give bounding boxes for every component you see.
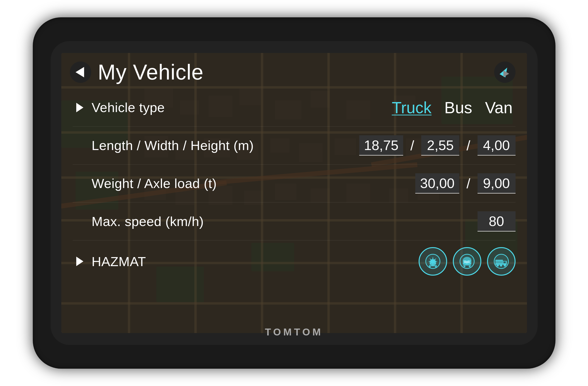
svg-point-19	[504, 264, 506, 267]
arrow-right-icon	[76, 103, 84, 112]
hazmat-corrosive-icon	[459, 253, 475, 270]
svg-point-11	[463, 265, 465, 267]
hazmat-icon-arrow	[73, 257, 87, 266]
content: My Vehicle Vehicle type	[61, 53, 527, 333]
compass-icon	[500, 67, 510, 77]
vehicle-type-van[interactable]: Van	[482, 97, 516, 118]
brand-label: TOMTOM	[265, 327, 323, 338]
dimensions-label: Length / Width / Height (m)	[92, 138, 359, 153]
settings-rows: Vehicle type Truck Bus Van Length / Widt…	[61, 89, 527, 333]
hazmat-controls	[419, 247, 516, 276]
dimensions-row: Length / Width / Height (m) 18,75 / 2,55…	[73, 127, 516, 165]
vehicle-type-row: Vehicle type Truck Bus Van	[73, 89, 516, 127]
device: My Vehicle Vehicle type	[33, 17, 555, 369]
page-title: My Vehicle	[98, 60, 204, 84]
dimensions-controls: 18,75 / 2,55 / 4,00	[359, 135, 515, 155]
weight-field[interactable]: 30,00	[415, 173, 459, 193]
vehicle-type-controls: Truck Bus Van	[389, 97, 516, 118]
hazmat-arrow-icon	[76, 257, 84, 266]
length-field[interactable]: 18,75	[359, 135, 403, 155]
vehicle-type-bus[interactable]: Bus	[441, 97, 475, 118]
svg-rect-10	[463, 265, 471, 266]
hazmat-explosive-button[interactable]	[419, 247, 447, 276]
vehicle-type-icon	[73, 103, 87, 112]
vehicle-type-truck[interactable]: Truck	[389, 97, 434, 118]
header: My Vehicle	[61, 53, 527, 89]
header-left: My Vehicle	[70, 60, 204, 84]
back-arrow-icon	[76, 67, 84, 77]
weight-label: Weight / Axle load (t)	[92, 176, 416, 191]
speed-label: Max. speed (km/h)	[92, 214, 478, 229]
sep3: /	[466, 175, 470, 191]
width-field[interactable]: 2,55	[421, 135, 459, 155]
weight-controls: 30,00 / 9,00	[415, 173, 515, 193]
speed-controls: 80	[478, 211, 516, 232]
vehicle-type-label: Vehicle type	[92, 100, 389, 115]
sep1: /	[410, 137, 414, 153]
svg-rect-16	[504, 261, 506, 263]
device-inner: My Vehicle Vehicle type	[51, 41, 538, 345]
svg-point-12	[469, 265, 471, 267]
hazmat-label: HAZMAT	[92, 254, 419, 269]
svg-point-5	[435, 266, 437, 268]
hazmat-explosive-icon	[424, 253, 441, 270]
hazmat-truck-button[interactable]	[487, 247, 516, 276]
svg-point-17	[497, 264, 499, 267]
hazmat-corrosive-button[interactable]	[453, 247, 481, 276]
navigation-button[interactable]	[494, 61, 516, 83]
sep2: /	[466, 137, 470, 153]
back-button[interactable]	[70, 61, 91, 83]
maxspeed-field[interactable]: 80	[478, 211, 516, 232]
hazmat-row: HAZMAT	[73, 240, 516, 282]
weight-row: Weight / Axle load (t) 30,00 / 9,00	[73, 165, 516, 202]
svg-point-4	[429, 266, 431, 268]
svg-point-18	[500, 264, 502, 267]
hazmat-truck-icon	[493, 253, 510, 270]
axle-field[interactable]: 9,00	[478, 173, 516, 193]
speed-row: Max. speed (km/h) 80	[73, 202, 516, 240]
height-field[interactable]: 4,00	[478, 135, 516, 155]
screen: My Vehicle Vehicle type	[61, 53, 527, 333]
